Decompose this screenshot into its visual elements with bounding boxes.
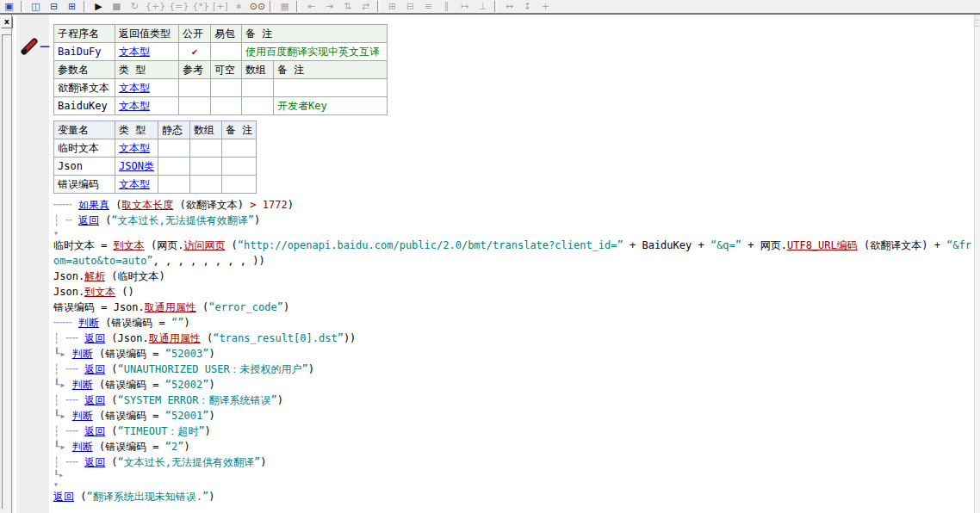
code-token: 返回 bbox=[84, 394, 105, 406]
table-cell[interactable] bbox=[158, 139, 189, 158]
variable-table: 变量名类 型静态数组备 注临时文本文本型JsonJSON类错误编码文本型 bbox=[53, 121, 257, 194]
table-cell[interactable]: 错误编码 bbox=[54, 176, 115, 194]
table-cell[interactable]: BaiDuFy bbox=[54, 43, 115, 61]
table-cell[interactable]: 文本型 bbox=[115, 97, 179, 115]
insert-variable-icon: {=} bbox=[167, 0, 190, 13]
scroll-thumb[interactable] bbox=[975, 21, 979, 27]
run-icon[interactable]: ▶ bbox=[90, 0, 108, 13]
code-line[interactable]: ┆ ╌╌ 返回 (“文本过长,无法提供有效翻译”) bbox=[53, 454, 974, 470]
code-token: 到文本 bbox=[84, 286, 115, 298]
code-line[interactable]: ┖▸ bbox=[53, 470, 974, 479]
align-bottom-icon: ⇄ bbox=[357, 0, 375, 13]
table-cell[interactable] bbox=[242, 79, 274, 97]
code-line[interactable]: ┆ ╌╌ 返回 (“UNAUTHORIZED USER：未授权的用户”) bbox=[53, 362, 974, 377]
table-cell[interactable]: 使用百度翻译实现中英文互译 bbox=[242, 43, 388, 61]
code-token: 解析 bbox=[84, 270, 105, 282]
table-cell[interactable] bbox=[189, 176, 221, 194]
scroll-up-icon[interactable] bbox=[975, 15, 979, 21]
code-token: 取文本长度 bbox=[121, 199, 173, 211]
table-cell[interactable]: JSON类 bbox=[115, 158, 158, 176]
table-cell[interactable]: BaiduKey bbox=[54, 97, 115, 115]
table-cell[interactable] bbox=[274, 79, 388, 97]
table-row: 欲翻译文本文本型 bbox=[54, 79, 388, 97]
code-line[interactable]: Json.解析 (临时文本) bbox=[53, 269, 974, 284]
table-cell[interactable]: Json bbox=[54, 158, 115, 176]
code-token: (欲翻译文本) bbox=[173, 199, 250, 211]
code-line[interactable]: ┆ ╌╌ 返回 (Json.取通用属性 (“trans_result[0].ds… bbox=[53, 331, 974, 346]
code-line[interactable]: ╌╌╌ 如果真 (取文本长度 (欲翻译文本) > 1772) bbox=[53, 197, 974, 213]
code-line[interactable]: ┖▸ 判断 (错误编码 = “2”) bbox=[53, 439, 974, 454]
table-cell[interactable] bbox=[242, 97, 274, 115]
code-line[interactable]: ▾ bbox=[53, 228, 974, 238]
align-top-icon: ⇅ bbox=[338, 0, 357, 13]
code-line[interactable]: 临时文本 = 到文本 (网页.访问网页 (“http://openapi.bai… bbox=[53, 238, 974, 269]
code-token: 取通用属性 bbox=[145, 301, 196, 313]
code-line[interactable]: ╌╌╌ 判断 (错误编码 = “”) bbox=[53, 315, 974, 331]
code-token: (欲翻译文本) + bbox=[858, 239, 946, 251]
code-token: “http://openapi.baidu.com/public/2.0/bmt… bbox=[238, 239, 623, 251]
table-cell[interactable] bbox=[189, 158, 221, 176]
code-token: ) bbox=[184, 441, 190, 453]
table-cell[interactable] bbox=[179, 97, 211, 115]
code-token: ) bbox=[208, 348, 214, 360]
code-token: ) bbox=[308, 363, 314, 375]
code-editor: — 子程序名返回值类型公开易包备 注BaiDuFy文本型✔使用百度翻译实现中英文… bbox=[16, 15, 975, 513]
editor-gutter: — bbox=[16, 15, 49, 513]
toolbar-separator bbox=[377, 1, 381, 12]
code-line[interactable]: ┖▸ 判断 (错误编码 = “52002”) bbox=[53, 377, 974, 392]
code-token: ) bbox=[208, 491, 214, 503]
split-rows-icon[interactable]: ⊟ bbox=[45, 0, 63, 13]
code-line[interactable]: ┖▸ 判断 (错误编码 = “52001”) bbox=[53, 408, 974, 423]
code-token: ( bbox=[105, 394, 117, 406]
table-cell[interactable] bbox=[211, 97, 242, 115]
code-line[interactable]: ┆ ╌╌ 返回 (“SYSTEM ERROR：翻译系统错误”) bbox=[53, 392, 974, 408]
code-line[interactable]: ▾ bbox=[53, 479, 974, 489]
table-cell[interactable] bbox=[221, 176, 256, 194]
code-token: (Json. bbox=[105, 332, 149, 344]
center-horizontal-icon: ⊞ bbox=[383, 0, 401, 13]
toolbar-separator bbox=[270, 1, 273, 12]
table-cell[interactable]: 开发者Key bbox=[274, 97, 388, 115]
code-token: > bbox=[250, 199, 262, 211]
vertical-scrollbar[interactable] bbox=[974, 15, 980, 513]
table-cell[interactable] bbox=[211, 79, 242, 97]
table-cell[interactable] bbox=[179, 79, 211, 97]
table-cell[interactable]: ✔ bbox=[179, 43, 211, 61]
code-line[interactable]: 返回 (“翻译系统出现未知错误.”) bbox=[53, 489, 974, 504]
table-cell[interactable] bbox=[221, 158, 256, 176]
table-cell[interactable] bbox=[158, 176, 189, 194]
code-line[interactable]: ┖▸ 判断 (错误编码 = “52003”) bbox=[53, 346, 974, 362]
table-cell[interactable]: 文本型 bbox=[115, 43, 179, 61]
table-cell[interactable] bbox=[189, 139, 221, 158]
find-icon[interactable]: ⊙⊙ bbox=[248, 0, 267, 13]
code-token: 判断 bbox=[72, 379, 93, 391]
insert-line-icon: [+] bbox=[211, 0, 230, 13]
flow-marker-icon: ╌╌╌ bbox=[53, 199, 78, 211]
panel-splitter[interactable] bbox=[11, 15, 15, 513]
table-cell[interactable]: 文本型 bbox=[115, 176, 158, 194]
toolbar: ▣◫⊟⊞▶■↻{+}{=}{*}[+]∗⊙⊙▦⇤⇥⇅⇄⊞⊟≡∥↦⊥↔↕+ bbox=[0, 0, 980, 13]
table-cell[interactable] bbox=[158, 158, 189, 176]
code-line[interactable]: ┆ ╌ 返回 (“文本过长,无法提供有效翻译”) bbox=[53, 213, 974, 228]
code-token: ( bbox=[201, 332, 213, 344]
column-header: 数组 bbox=[189, 121, 221, 139]
split-grid-icon[interactable]: ⊞ bbox=[63, 0, 81, 13]
table-cell[interactable]: 文本型 bbox=[115, 139, 158, 158]
code-line[interactable]: 错误编码 = Json.取通用属性 (“error_code”) bbox=[53, 300, 974, 315]
split-left-icon[interactable]: ◫ bbox=[27, 0, 45, 13]
table-cell[interactable]: 文本型 bbox=[115, 79, 179, 97]
table-row: 临时文本文本型 bbox=[54, 139, 257, 158]
code-token: “翻译系统出现未知错误.” bbox=[86, 491, 208, 503]
column-header: 参数名 bbox=[54, 61, 115, 79]
step-over-icon: ↻ bbox=[126, 0, 144, 13]
code-area[interactable]: ╌╌╌ 如果真 (取文本长度 (欲翻译文本) > 1772)┆ ╌ 返回 (“文… bbox=[53, 197, 974, 504]
toolbar-separator bbox=[21, 1, 24, 12]
table-cell[interactable]: 欲翻译文本 bbox=[54, 79, 115, 97]
code-token: “trans_result[0].dst” bbox=[213, 332, 344, 344]
code-line[interactable]: Json.到文本 () bbox=[53, 284, 974, 300]
view-form-icon[interactable]: ▣ bbox=[0, 0, 18, 13]
table-cell[interactable] bbox=[221, 139, 256, 158]
table-cell[interactable] bbox=[211, 43, 242, 61]
table-cell[interactable]: 临时文本 bbox=[54, 139, 115, 158]
code-line[interactable]: ┆ ╌╌ 返回 (“TIMEOUT：超时”) bbox=[53, 423, 974, 439]
